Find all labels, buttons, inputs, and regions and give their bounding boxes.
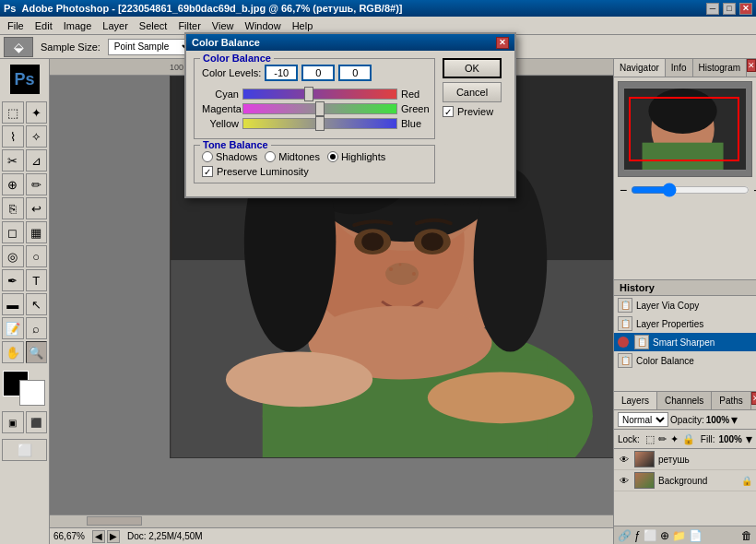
history-icon-2: 📋 <box>634 335 649 349</box>
lock-transparency[interactable]: ⬚ <box>645 433 655 445</box>
tool-slice[interactable]: ⊿ <box>26 149 48 171</box>
tool-hand[interactable]: ✋ <box>2 341 24 363</box>
tab-info[interactable]: Info <box>666 59 693 77</box>
cb-yellow-blue-track[interactable] <box>242 118 397 129</box>
zoom-level: 66,67% <box>53 531 85 541</box>
menu-image[interactable]: Image <box>58 18 98 33</box>
cb-cancel-label: Cancel <box>456 87 488 98</box>
menu-window[interactable]: Window <box>240 18 287 33</box>
cb-levels-row: Color Levels: <box>202 65 427 81</box>
tool-lasso[interactable]: ⌇ <box>2 125 24 148</box>
lock-all[interactable]: 🔒 <box>682 433 695 445</box>
tool-gradient[interactable]: ▦ <box>26 221 48 243</box>
tool-eyedropper[interactable]: ⌕ <box>26 317 48 339</box>
tab-channels[interactable]: Channels <box>657 392 712 409</box>
cb-cyan-red-track[interactable] <box>242 89 397 100</box>
canvas-hscroll[interactable] <box>50 514 613 527</box>
cb-cyan-red-handle[interactable] <box>304 87 313 101</box>
tool-blur[interactable]: ◎ <box>2 245 24 267</box>
cb-midtones-radio[interactable] <box>265 151 276 162</box>
menu-edit[interactable]: Edit <box>30 18 58 33</box>
hscroll-thumb[interactable] <box>87 516 142 526</box>
arrow-right-btn[interactable]: ▶ <box>107 530 120 543</box>
add-style-btn[interactable]: ƒ <box>634 529 641 542</box>
tool-notes[interactable]: 📝 <box>2 317 24 339</box>
cb-yellow-blue-handle[interactable] <box>315 116 325 131</box>
layers-close[interactable]: ✕ <box>751 392 756 405</box>
layer-row-0[interactable]: 👁 ретушь <box>614 449 756 470</box>
sample-size-select[interactable]: Point Sample 3 by 3 Average 5 by 5 Avera… <box>108 39 195 55</box>
tool-magic-wand[interactable]: ⟡ <box>26 125 48 148</box>
cb-shadows-radio[interactable] <box>202 151 213 162</box>
menu-filter[interactable]: Filter <box>172 18 206 33</box>
tab-histogram[interactable]: Histogram <box>693 59 748 77</box>
add-mask-btn[interactable]: ⬜ <box>644 529 657 542</box>
cb-shadows-label[interactable]: Shadows <box>202 151 257 162</box>
cb-ok-button[interactable]: OK <box>443 58 502 78</box>
history-item-3[interactable]: 📋 Color Balance <box>614 351 756 370</box>
screen-mode-btn[interactable]: ⬜ <box>2 439 47 461</box>
blend-mode-select[interactable]: Normal Multiply Screen <box>618 412 668 427</box>
cb-highlights-label[interactable]: Highlights <box>327 151 385 162</box>
opacity-arrow[interactable]: ▾ <box>731 412 738 427</box>
cb-level1-input[interactable] <box>265 65 298 81</box>
layer-row-1[interactable]: 👁 Background 🔒 <box>614 470 756 491</box>
tool-direct-select[interactable]: ↖ <box>26 293 48 315</box>
menu-help[interactable]: Help <box>287 18 319 33</box>
menu-select[interactable]: Select <box>134 18 173 33</box>
tab-layers[interactable]: Layers <box>614 392 657 409</box>
tab-navigator[interactable]: Navigator <box>614 59 666 77</box>
tool-eraser[interactable]: ◻ <box>2 221 24 243</box>
cb-preserve-checkbox[interactable]: ✓ <box>202 166 213 177</box>
background-color[interactable] <box>19 380 45 406</box>
tool-zoom[interactable]: 🔍 <box>26 341 48 363</box>
layer-eye-1[interactable]: 👁 <box>618 474 631 487</box>
history-item-1[interactable]: 📋 Layer Properties <box>614 314 756 333</box>
quick-mask[interactable]: ⬛ <box>26 411 48 433</box>
menu-layer[interactable]: Layer <box>97 18 134 33</box>
cb-titlebar: Color Balance ✕ <box>186 34 514 51</box>
tool-pen[interactable]: ✒ <box>2 269 24 291</box>
tool-marquee[interactable]: ⬚ <box>2 101 24 124</box>
tool-history-brush[interactable]: ↩ <box>26 197 48 219</box>
nav-zoom-slider[interactable] <box>631 185 750 195</box>
new-layer-btn[interactable]: 📄 <box>689 529 703 542</box>
menu-file[interactable]: File <box>2 18 30 33</box>
fill-arrow[interactable]: ▾ <box>746 432 752 446</box>
cb-preview-checkbox[interactable]: ✓ <box>443 106 454 117</box>
layer-eye-0[interactable]: 👁 <box>618 453 631 466</box>
standard-mode[interactable]: ▣ <box>2 411 24 433</box>
maximize-button[interactable]: □ <box>723 3 736 15</box>
tool-move[interactable]: ✦ <box>26 101 48 124</box>
history-item-0[interactable]: 📋 Layer Via Copy <box>614 296 756 314</box>
tool-brush[interactable]: ✏ <box>26 173 48 195</box>
tool-crop[interactable]: ✂ <box>2 149 24 171</box>
cb-level3-input[interactable] <box>338 65 372 81</box>
cb-level2-input[interactable] <box>301 65 335 81</box>
cb-magenta-green-track[interactable] <box>242 103 397 114</box>
lock-image[interactable]: ✏ <box>658 433 667 445</box>
tab-paths[interactable]: Paths <box>712 392 751 409</box>
tool-stamp[interactable]: ⎘ <box>2 197 24 219</box>
tool-dodge[interactable]: ○ <box>26 245 48 267</box>
tool-shape[interactable]: ▬ <box>2 293 24 315</box>
cb-midtones-label[interactable]: Midtones <box>265 151 320 162</box>
tool-heal[interactable]: ⊕ <box>2 173 24 195</box>
history-item-2[interactable]: 📋 Smart Sharpen <box>614 333 756 351</box>
tool-text[interactable]: T <box>26 269 48 291</box>
menu-view[interactable]: View <box>207 18 240 33</box>
cb-close-button[interactable]: ✕ <box>496 37 509 49</box>
lock-position[interactable]: ✦ <box>670 433 679 445</box>
link-layers-btn[interactable]: 🔗 <box>618 529 632 542</box>
cb-highlights-radio[interactable] <box>327 151 338 162</box>
delete-layer-btn[interactable]: 🗑 <box>741 529 752 542</box>
nav-zoom-out[interactable]: − <box>620 183 627 197</box>
new-group-btn[interactable]: 📁 <box>672 529 686 542</box>
cb-cancel-button[interactable]: Cancel <box>443 82 502 102</box>
cb-magenta-green-handle[interactable] <box>315 101 325 116</box>
minimize-button[interactable]: ─ <box>706 3 719 15</box>
arrow-left-btn[interactable]: ◀ <box>92 530 105 543</box>
add-adjustment-btn[interactable]: ⊕ <box>660 529 669 542</box>
nav-panel-close[interactable]: ✕ <box>747 59 756 72</box>
close-button[interactable]: ✕ <box>739 3 752 15</box>
